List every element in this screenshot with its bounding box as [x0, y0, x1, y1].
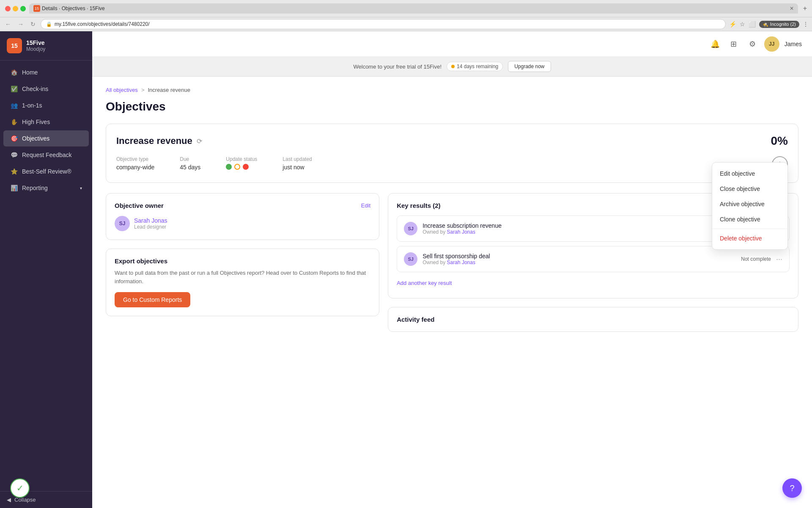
sidebar-item-label-home: Home: [22, 69, 38, 76]
notifications-btn[interactable]: 🔔: [708, 37, 722, 51]
archive-objective-item[interactable]: Archive objective: [712, 196, 787, 212]
app-container: 15 15Five Moodjoy 🏠 Home ✅ Check-ins 👥 1…: [0, 31, 812, 508]
kr-item-2[interactable]: SJ Sell first sponsorship deal Owned by …: [397, 246, 790, 272]
sidebar-item-label-objectives: Objectives: [22, 135, 49, 142]
objective-card: Increase revenue ⟳ 0% Objective type com…: [106, 124, 798, 183]
status-dot-red: [243, 164, 249, 170]
type-value: company-wide: [116, 164, 154, 171]
status-dot-yellow: [234, 164, 240, 170]
kr2-owner-name[interactable]: Sarah Jonas: [447, 260, 475, 265]
traffic-lights: [5, 6, 26, 11]
menu-btn[interactable]: ⋮: [803, 21, 809, 28]
bookmark-btn[interactable]: ☆: [740, 21, 745, 28]
sidebar-item-home[interactable]: 🏠 Home: [3, 64, 89, 80]
go-to-custom-reports-button[interactable]: Go to Custom Reports: [115, 292, 190, 307]
due-value: 45 days: [180, 164, 200, 171]
last-updated-value: just now: [283, 164, 312, 171]
logo-initials: 15: [11, 42, 18, 49]
profile-btn[interactable]: ⬜: [749, 21, 756, 28]
status-label: Update status: [226, 156, 257, 162]
url-text: my.15five.com/objectives/details/7480220…: [55, 21, 150, 27]
reporting-icon: 📊: [10, 184, 18, 192]
back-btn[interactable]: ←: [3, 20, 13, 28]
help-button[interactable]: ?: [782, 478, 802, 498]
kr2-info: Sell first sponsorship deal Owned by Sar…: [422, 253, 736, 265]
minimize-window-btn[interactable]: [13, 6, 18, 11]
sidebar-item-bestself[interactable]: ⭐ Best-Self Review®: [3, 163, 89, 179]
close-window-btn[interactable]: [5, 6, 11, 11]
kr2-status: Not complete: [741, 256, 771, 262]
owner-name[interactable]: Sarah Jonas: [134, 217, 167, 224]
kr-title: Key results (2): [397, 202, 440, 209]
fullscreen-window-btn[interactable]: [20, 6, 26, 11]
owner-avatar: SJ: [115, 216, 130, 231]
owner-info: Sarah Jonas Lead designer: [134, 217, 167, 230]
sidebar-item-label-bestself: Best-Self Review®: [22, 168, 71, 175]
home-icon: 🏠: [10, 69, 18, 76]
last-updated-label: Last updated: [283, 156, 312, 162]
company-name: 15Five: [26, 39, 45, 46]
kr1-avatar: SJ: [404, 222, 417, 235]
task-float-button[interactable]: ✓: [10, 478, 30, 498]
kr1-owner-name[interactable]: Sarah Jonas: [447, 229, 475, 235]
address-bar[interactable]: 🔒 my.15five.com/objectives/details/74802…: [41, 19, 726, 29]
sidebar-item-objectives[interactable]: 🎯 Objectives: [3, 130, 89, 146]
owner-card-header: Objective owner Edit: [115, 202, 370, 209]
sidebar-item-reporting[interactable]: 📊 Reporting ▾: [3, 180, 89, 196]
user-name: James: [785, 41, 802, 47]
upgrade-button[interactable]: Upgrade now: [508, 61, 551, 72]
topbar: 🔔 ⊞ ⚙ JJ James: [92, 31, 812, 57]
sidebar: 15 15Five Moodjoy 🏠 Home ✅ Check-ins 👥 1…: [0, 31, 92, 508]
breadcrumb-separator: >: [141, 87, 145, 93]
trial-banner: Welcome to your free trial of 15Five! 14…: [92, 57, 812, 77]
main-content: 🔔 ⊞ ⚙ JJ James Welcome to your free tria…: [92, 31, 812, 508]
objective-meta: Objective type company-wide Due 45 days …: [116, 156, 788, 172]
status-dots: [226, 164, 257, 170]
sync-icon[interactable]: ⟳: [197, 137, 202, 145]
delete-objective-item[interactable]: Delete objective: [712, 231, 787, 246]
status-dot-green: [226, 164, 232, 170]
incognito-label: Incognito (2): [770, 22, 796, 27]
add-key-result-link[interactable]: Add another key result: [397, 276, 790, 290]
breadcrumb-current: Increase revenue: [148, 87, 190, 93]
logo-text: 15Five Moodjoy: [26, 39, 45, 52]
browser-chrome: 15 Details · Objectives · 15Five ✕ +: [0, 0, 812, 17]
sidebar-item-label-1on1s: 1-on-1s: [22, 102, 42, 109]
owner-role: Lead designer: [134, 224, 167, 230]
owner-card-title: Objective owner: [115, 202, 164, 209]
objective-header: Increase revenue ⟳ 0%: [116, 134, 788, 148]
days-dot: [451, 65, 455, 68]
extensions-btn[interactable]: ⚡: [729, 21, 736, 28]
kr2-avatar: SJ: [404, 252, 417, 266]
sidebar-item-highfives[interactable]: ✋ High Fives: [3, 114, 89, 130]
sidebar-item-checkins[interactable]: ✅ Check-ins: [3, 81, 89, 97]
tab-close-btn[interactable]: ✕: [790, 6, 794, 11]
sidebar-item-1on1s[interactable]: 👥 1-on-1s: [3, 97, 89, 113]
clone-objective-item[interactable]: Clone objective: [712, 212, 787, 227]
lock-icon: 🔒: [46, 22, 52, 27]
owner-row: SJ Sarah Jonas Lead designer: [115, 216, 370, 231]
forward-btn[interactable]: →: [16, 20, 25, 28]
activity-feed-card: Activity feed: [388, 307, 798, 332]
dropdown-divider: [712, 229, 787, 229]
reload-btn[interactable]: ↻: [29, 20, 37, 28]
sidebar-nav: 🏠 Home ✅ Check-ins 👥 1-on-1s ✋ High Five…: [0, 61, 92, 491]
settings-icon[interactable]: ⚙: [746, 37, 759, 51]
owner-edit-link[interactable]: Edit: [361, 202, 370, 209]
objective-dropdown-menu: Edit objective Close objective Archive o…: [712, 162, 788, 250]
grid-btn[interactable]: ⊞: [727, 37, 741, 51]
activity-feed-title: Activity feed: [397, 316, 790, 323]
sidebar-item-label-reporting: Reporting: [22, 185, 48, 191]
checkmark-icon: ✓: [16, 483, 24, 493]
trial-text: Welcome to your free trial of 15Five!: [353, 64, 442, 70]
collapse-icon: ◀: [7, 497, 11, 503]
breadcrumb-link[interactable]: All objectives: [106, 87, 138, 93]
kr2-more-button[interactable]: ···: [776, 255, 782, 264]
feedback-icon: 💬: [10, 151, 18, 159]
sidebar-item-requestfeedback[interactable]: 💬 Request Feedback: [3, 147, 89, 163]
new-tab-btn[interactable]: +: [803, 5, 807, 12]
edit-objective-item[interactable]: Edit objective: [712, 166, 787, 181]
close-objective-item[interactable]: Close objective: [712, 181, 787, 196]
tab-title: Details · Objectives · 15Five: [42, 6, 788, 11]
content-area: All objectives > Increase revenue Object…: [92, 77, 812, 508]
